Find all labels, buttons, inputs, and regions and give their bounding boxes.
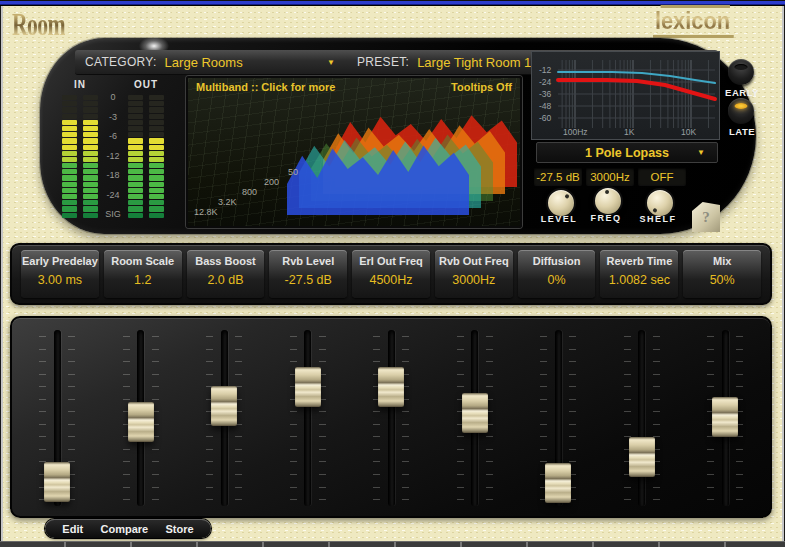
fader-erl-out-freq [376,330,406,508]
meter-segment [128,126,143,131]
param-cell-bass-boost[interactable]: Bass Boost2.0 dB [187,250,265,298]
meter-segment [128,120,143,125]
fader-track[interactable] [388,330,395,506]
fader-ticks [290,336,297,500]
chevron-down-icon[interactable]: ▼ [697,148,705,157]
meter-scale-label: 0 [110,92,115,102]
early-button-lamp [735,64,748,70]
early-button-label: EARLY [720,87,764,98]
meter-segment [149,188,164,193]
meter-segment [149,194,164,199]
footer-button-edit[interactable]: Edit [62,523,83,535]
fader-handle[interactable] [128,402,154,442]
param-value: 4500Hz [352,273,430,287]
param-cell-rvb-out-freq[interactable]: Rvb Out Freq3000Hz [435,250,513,298]
footer-button-store[interactable]: Store [166,523,194,535]
early-button[interactable] [728,59,754,85]
fader-handle[interactable] [44,462,70,502]
meter-segment [62,101,77,106]
meter-segment [149,145,164,150]
multiband-title[interactable]: Multiband :: Click for more [196,81,335,93]
meter-segment [83,138,98,143]
fader-ticks [319,336,326,500]
window-bottom-strip [0,541,785,547]
param-cell-erl-out-freq[interactable]: Erl Out Freq4500Hz [352,250,430,298]
meter-segment [128,157,143,162]
meter-scale: 0-3-6-12-18-24SIG [99,92,127,219]
meter-segment [149,169,164,174]
param-cell-reverb-time[interactable]: Reverb Time1.0082 sec [600,250,678,298]
filter-type-select[interactable]: 1 Pole Lopass ▼ [536,142,718,163]
fader-handle[interactable] [629,437,655,477]
out-meter-right [149,95,164,218]
param-label: Room Scale [104,255,182,267]
meter-segment [62,194,77,199]
fader-handle[interactable] [712,397,738,437]
meter-segment [62,126,77,131]
meter-segment [149,175,164,180]
eq-y-tick: -12 [539,65,552,75]
meter-segment [83,132,98,137]
chevron-down-icon[interactable]: ▼ [327,58,335,67]
meter-segment [83,163,98,168]
param-value: 3000Hz [435,273,513,287]
param-label: Bass Boost [187,255,265,267]
param-cell-mix[interactable]: Mix50% [683,250,761,298]
fader-handle[interactable] [295,367,321,407]
meter-segment [128,213,143,218]
meter-segment [83,182,98,187]
in-meter-left [62,95,77,218]
meter-segment [149,206,164,211]
fader-rvb-out-freq [460,330,490,508]
param-cell-diffusion[interactable]: Diffusion0% [518,250,596,298]
meter-segment [149,95,164,100]
freq-knob-label: FREQ [582,213,630,223]
shelf-knob-label: SHELF [632,214,684,224]
tooltips-toggle[interactable]: Tooltips Off [451,81,512,93]
meter-segment [62,145,77,150]
window-border-left [0,6,3,541]
meter-segment [128,163,143,168]
eq-x-tick: 10K [681,127,696,137]
meter-segment [128,101,143,106]
fader-track[interactable] [304,330,311,506]
param-label: Erl Out Freq [352,255,430,267]
param-value: 2.0 dB [187,273,265,287]
param-cell-rvb-level[interactable]: Rvb Level-27.5 dB [269,250,347,298]
fader-bank [10,316,772,518]
late-button[interactable] [728,98,754,124]
fader-early-predelay [42,330,72,508]
meter-segment [149,107,164,112]
in-meter-label: IN [60,79,100,90]
param-cell-room-scale[interactable]: Room Scale1.2 [104,250,182,298]
meter-segment [83,107,98,112]
footer-button-bar: EditCompareStore [45,519,211,538]
freq-knob[interactable] [593,186,623,216]
out-meter-label: OUT [126,79,166,90]
eq-x-tick: 1K [624,127,635,137]
fader-handle[interactable] [211,386,237,426]
fader-handle[interactable] [462,393,488,433]
multiband-display[interactable]: Multiband :: Click for more Tooltips Off… [186,76,522,228]
param-value: 0% [518,273,596,287]
fader-track[interactable] [638,330,645,506]
meter-segment [128,194,143,199]
meter-segment [128,138,143,143]
meter-segment [83,157,98,162]
footer-button-compare[interactable]: Compare [100,523,148,535]
category-select[interactable]: CATEGORY: Large Rooms ▼ [75,55,347,70]
param-label: Mix [683,255,761,267]
meter-segment [62,95,77,100]
level-display: -27.5 dB [534,168,582,185]
param-cell-early-predelay[interactable]: Early Predelay3.00 ms [21,250,99,298]
param-label: Early Predelay [21,255,99,267]
meter-segment [128,132,143,137]
fader-handle[interactable] [545,463,571,503]
meter-segment [128,107,143,112]
meter-segment [83,175,98,180]
freq-display: 3000Hz [586,168,634,185]
meter-segment [83,151,98,156]
meter-segment [62,182,77,187]
meter-segment [83,169,98,174]
fader-handle[interactable] [378,367,404,407]
